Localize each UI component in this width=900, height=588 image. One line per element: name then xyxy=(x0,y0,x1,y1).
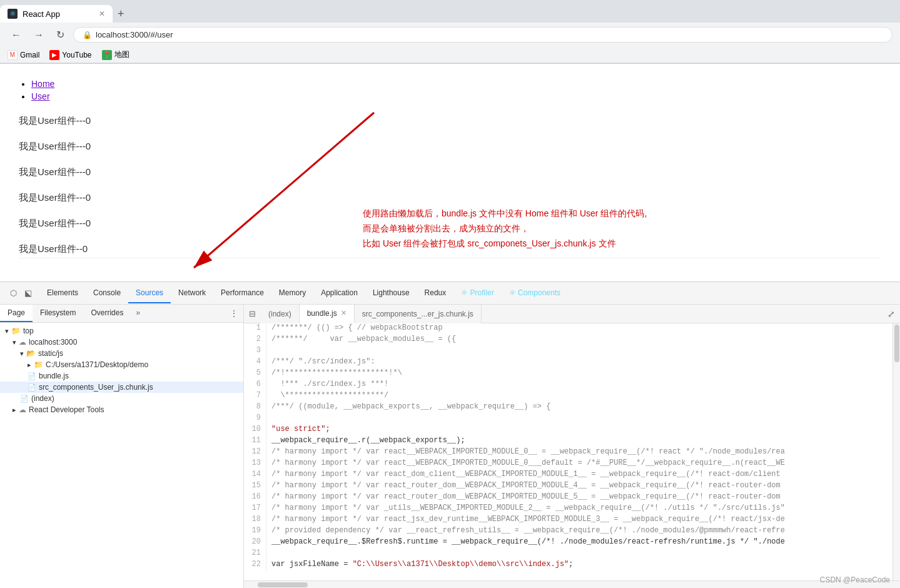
folder-icon-top: 📁 xyxy=(11,327,21,335)
devtools-tab-memory[interactable]: Memory xyxy=(271,283,313,303)
user-component-4: 我是User组件---0 xyxy=(19,192,881,204)
user-component-1: 我是User组件---0 xyxy=(19,115,881,127)
sources-subtab-overrides[interactable]: Overrides xyxy=(83,305,131,322)
bookmark-youtube[interactable]: ▶ YouTube xyxy=(49,50,91,60)
tree-label-bundle: bundle.js xyxy=(39,372,69,380)
tab-favicon: ⚛ xyxy=(8,9,18,19)
scroll-thumb[interactable] xyxy=(894,325,899,362)
chevron-down-icon: ▾ xyxy=(5,327,9,335)
youtube-icon: ▶ xyxy=(49,50,59,60)
code-editor[interactable]: 1 /*******/ (() => { // webpackBootstrap… xyxy=(244,323,892,580)
tab-title: React App xyxy=(23,9,94,19)
user-link[interactable]: User xyxy=(31,91,50,101)
sources-subtab-more[interactable]: » xyxy=(131,305,145,322)
address-bar: ← → ↻ 🔒 localhost:3000/#/user xyxy=(0,23,900,47)
devtools-tab-elements[interactable]: Elements xyxy=(39,283,86,303)
file-icon-index: 📄 xyxy=(20,395,29,403)
toggle-sidebar-button[interactable]: ⊟ xyxy=(244,309,261,318)
devtools-tab-performance[interactable]: Performance xyxy=(213,283,271,303)
tree-item-react-dev-tools[interactable]: ▸ ☁ React Developer Tools xyxy=(0,404,243,415)
devtools-tab-application[interactable]: Application xyxy=(313,283,365,303)
devtools-tab-profiler[interactable]: ⚛ Profiler xyxy=(453,283,501,303)
code-line-5: 5 /*!***********************!*\ xyxy=(244,368,892,380)
tree-item-demo-folder[interactable]: ▸ 📁 C:/Users/a1371/Desktop/demo xyxy=(0,359,243,370)
code-tab-bundle[interactable]: bundle.js ✕ xyxy=(300,305,355,323)
tab-bar: ⚛ React App ✕ + xyxy=(0,0,900,23)
youtube-label: YouTube xyxy=(62,51,91,59)
tree-label-rdt: React Developer Tools xyxy=(29,405,104,414)
code-tab-chunk-label: src_components_...er_js.chunk.js xyxy=(362,310,473,318)
devtools-tab-lighthouse[interactable]: Lighthouse xyxy=(365,283,417,303)
code-tab-bundle-close[interactable]: ✕ xyxy=(341,309,346,317)
url-text: localhost:3000/#/user xyxy=(96,30,173,39)
tree-item-static-js[interactable]: ▾ 📂 static/js xyxy=(0,348,243,359)
code-line-7: 7 \**********************/ xyxy=(244,391,892,402)
tree-label-chunk: src_components_User_js.chunk.js xyxy=(39,383,153,392)
tree-item-localhost[interactable]: ▾ ☁ localhost:3000 xyxy=(0,337,243,348)
code-line-6: 6 !*** ./src/index.js ***! xyxy=(244,380,892,391)
code-tab-chunk[interactable]: src_components_...er_js.chunk.js xyxy=(355,305,482,323)
tab-close-button[interactable]: ✕ xyxy=(99,9,105,18)
tree-item-bundle-js[interactable]: 📄 bundle.js xyxy=(0,370,243,382)
devtools-tab-redux[interactable]: Redux xyxy=(417,283,454,303)
code-line-19: 19 /* provided dependency */ var __react… xyxy=(244,526,892,537)
gmail-label: Gmail xyxy=(20,51,39,59)
horizontal-scroll-thumb[interactable] xyxy=(258,582,308,587)
user-component-2: 我是User组件---0 xyxy=(19,141,881,153)
file-tree: ▾ 📁 top ▾ ☁ localhost:3000 ▾ 📂 static/js xyxy=(0,323,243,588)
cloud-icon-localhost: ☁ xyxy=(19,338,26,347)
sources-right-panel: ⊟ (index) bundle.js ✕ src_components_...… xyxy=(244,305,900,588)
devtools-inspect-button[interactable]: ⬡ xyxy=(8,286,19,300)
tree-label-static-js: static/js xyxy=(38,349,63,358)
browser-chrome: ⚛ React App ✕ + ← → ↻ 🔒 localhost:3000/#… xyxy=(0,0,900,64)
cloud-icon-rdt: ☁ xyxy=(19,405,26,414)
code-line-3: 3 xyxy=(244,346,892,357)
code-line-1: 1 /*******/ (() => { // webpackBootstrap xyxy=(244,323,892,335)
horizontal-scrollbar[interactable] xyxy=(244,580,900,588)
code-tab-bundle-label: bundle.js xyxy=(307,309,337,318)
tree-item-src-chunk[interactable]: 📄 src_components_User_js.chunk.js xyxy=(0,382,243,393)
tree-label-demo: C:/Users/a1371/Desktop/demo xyxy=(46,360,148,369)
devtools-left-icons: ⬡ ⬕ xyxy=(3,286,39,300)
sources-subtab-page[interactable]: Page xyxy=(0,305,33,322)
back-button[interactable]: ← xyxy=(8,27,25,43)
code-line-22: 22 var jsxFileName = "C:\\Users\\a1371\\… xyxy=(244,560,892,571)
sources-subtab-filesystem[interactable]: Filesystem xyxy=(33,305,83,322)
reload-button[interactable]: ↻ xyxy=(53,26,68,43)
code-line-21: 21 xyxy=(244,549,892,560)
devtools-device-button[interactable]: ⬕ xyxy=(22,286,34,300)
devtools-panel: ⬡ ⬕ Elements Console Sources Network Per… xyxy=(0,281,900,588)
file-icon-bundle: 📄 xyxy=(28,372,36,380)
chevron-right-icon-rdt: ▸ xyxy=(13,406,16,414)
maps-icon: 📍 xyxy=(102,50,112,60)
home-link[interactable]: Home xyxy=(31,79,54,89)
code-line-20: 20 __webpack_require__.$Refresh$.runtime… xyxy=(244,537,892,549)
code-line-8: 8 /***/ ((module, __webpack_exports__, _… xyxy=(244,402,892,413)
url-bar[interactable]: 🔒 localhost:3000/#/user xyxy=(73,27,892,43)
devtools-tab-sources[interactable]: Sources xyxy=(128,283,171,303)
bookmark-maps[interactable]: 📍 地图 xyxy=(102,49,129,60)
code-tab-index[interactable]: (index) xyxy=(261,305,300,323)
chevron-right-icon-demo: ▸ xyxy=(28,361,31,369)
forward-button[interactable]: → xyxy=(30,27,48,43)
browser-tab-react-app[interactable]: ⚛ React App ✕ xyxy=(0,5,113,23)
tree-item-top[interactable]: ▾ 📁 top xyxy=(0,325,243,337)
code-line-13: 13 /* harmony import */ var react__WEBPA… xyxy=(244,459,892,470)
code-line-17: 17 /* harmony import */ var _utils__WEBP… xyxy=(244,504,892,515)
annotation-box: 使用路由懒加载后，bundle.js 文件中没有 Home 组件和 User 组… xyxy=(363,206,647,251)
tree-item-index[interactable]: 📄 (index) xyxy=(0,393,243,404)
sources-left-panel: Page Filesystem Overrides » ⋮ ▾ 📁 top ▾ … xyxy=(0,305,244,588)
bookmark-gmail[interactable]: M Gmail xyxy=(8,50,39,60)
new-tab-button[interactable]: + xyxy=(113,8,129,21)
expand-panel-button[interactable]: ⤢ xyxy=(882,309,900,319)
devtools-tab-console[interactable]: Console xyxy=(86,283,128,303)
sources-subtab-menu[interactable]: ⋮ xyxy=(225,305,243,322)
maps-label: 地图 xyxy=(114,49,129,60)
vertical-scrollbar[interactable] xyxy=(892,323,900,580)
code-line-9: 9 xyxy=(244,413,892,425)
code-line-2: 2 /******/ var __webpack_modules__ = ({ xyxy=(244,335,892,346)
annotation-text: 使用路由懒加载后，bundle.js 文件中没有 Home 组件和 User 组… xyxy=(363,206,647,251)
devtools-tab-network[interactable]: Network xyxy=(171,283,213,303)
devtools-tab-components[interactable]: ⚛ Components xyxy=(502,283,568,303)
folder-icon-static: 📂 xyxy=(26,349,36,358)
